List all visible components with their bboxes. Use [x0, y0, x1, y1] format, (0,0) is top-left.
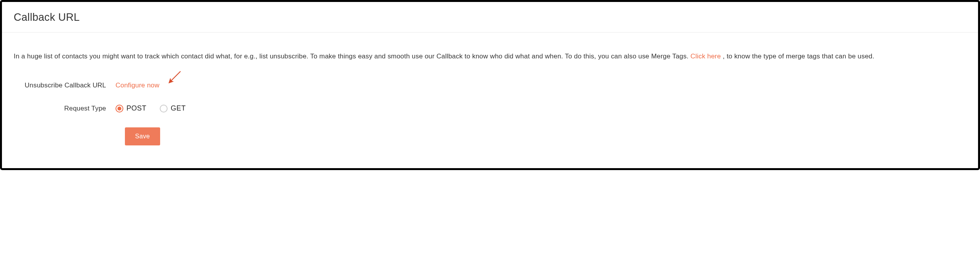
unsubscribe-callback-label: Unsubscribe Callback URL [14, 82, 116, 89]
save-button[interactable]: Save [125, 127, 160, 145]
radio-label-get: GET [171, 104, 186, 112]
description-part1: In a huge list of contacts you might wan… [14, 53, 691, 60]
request-type-radio-group: POST GET [116, 104, 186, 112]
radio-option-get[interactable]: GET [160, 104, 186, 112]
svg-line-0 [170, 71, 180, 82]
description-part2: , to know the type of merge tags that ca… [721, 53, 874, 60]
radio-label-post: POST [126, 104, 146, 112]
click-here-link[interactable]: Click here [691, 53, 721, 60]
radio-circle-icon [116, 105, 123, 112]
radio-circle-icon [160, 105, 168, 112]
radio-option-post[interactable]: POST [116, 104, 146, 112]
request-type-label: Request Type [14, 105, 116, 112]
radio-dot-icon [117, 107, 121, 111]
page-title: Callback URL [14, 11, 966, 24]
arrow-annotation-icon [167, 70, 183, 85]
configure-now-link[interactable]: Configure now [116, 82, 159, 89]
description-text: In a huge list of contacts you might wan… [14, 50, 966, 63]
